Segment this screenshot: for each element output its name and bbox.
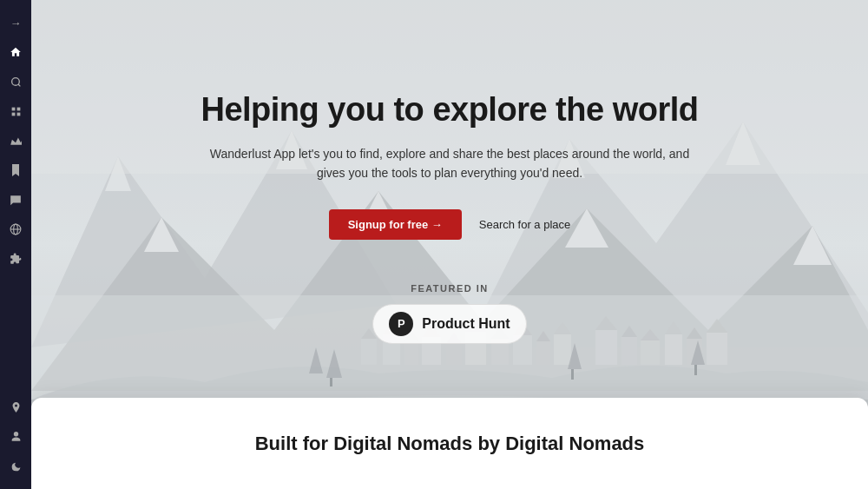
grid-icon[interactable]: [3, 99, 28, 123]
arrow-right-icon[interactable]: →: [3, 10, 28, 35]
hero-subtitle: Wanderlust App let's you to find, explor…: [198, 144, 701, 183]
hero-buttons: Signup for free → Search for a place: [329, 209, 571, 240]
search-place-button[interactable]: Search for a place: [479, 218, 571, 231]
user-icon[interactable]: [3, 425, 28, 449]
home-icon[interactable]: [3, 40, 28, 64]
chat-icon[interactable]: [3, 188, 28, 212]
featured-label: FEATURED IN: [411, 283, 489, 294]
svg-rect-4: [11, 112, 15, 116]
product-hunt-badge[interactable]: P Product Hunt: [372, 304, 526, 344]
signup-button[interactable]: Signup for free →: [329, 209, 462, 240]
puzzle-icon[interactable]: [3, 247, 28, 271]
svg-point-0: [11, 77, 19, 85]
search-icon[interactable]: [3, 69, 28, 94]
product-hunt-name: Product Hunt: [422, 316, 510, 332]
svg-rect-3: [16, 107, 20, 110]
hero-section: Helping you to explore the world Wanderl…: [31, 0, 868, 417]
globe-icon[interactable]: [3, 217, 28, 241]
bottom-card-title: Built for Digital Nomads by Digital Noma…: [255, 433, 645, 455]
sidebar: →: [0, 0, 31, 489]
crown-icon[interactable]: [3, 129, 28, 153]
bottom-card: Built for Digital Nomads by Digital Noma…: [31, 398, 868, 489]
svg-rect-5: [16, 112, 20, 116]
svg-line-1: [18, 84, 20, 86]
product-hunt-logo: P: [389, 312, 413, 336]
featured-section: FEATURED IN P Product Hunt: [372, 283, 526, 344]
moon-icon[interactable]: [3, 454, 28, 479]
svg-rect-2: [11, 107, 15, 110]
hero-title: Helping you to explore the world: [201, 90, 698, 130]
pin-icon[interactable]: [3, 395, 28, 420]
main-content: Helping you to explore the world Wanderl…: [31, 0, 868, 489]
bookmark-icon[interactable]: [3, 158, 28, 182]
